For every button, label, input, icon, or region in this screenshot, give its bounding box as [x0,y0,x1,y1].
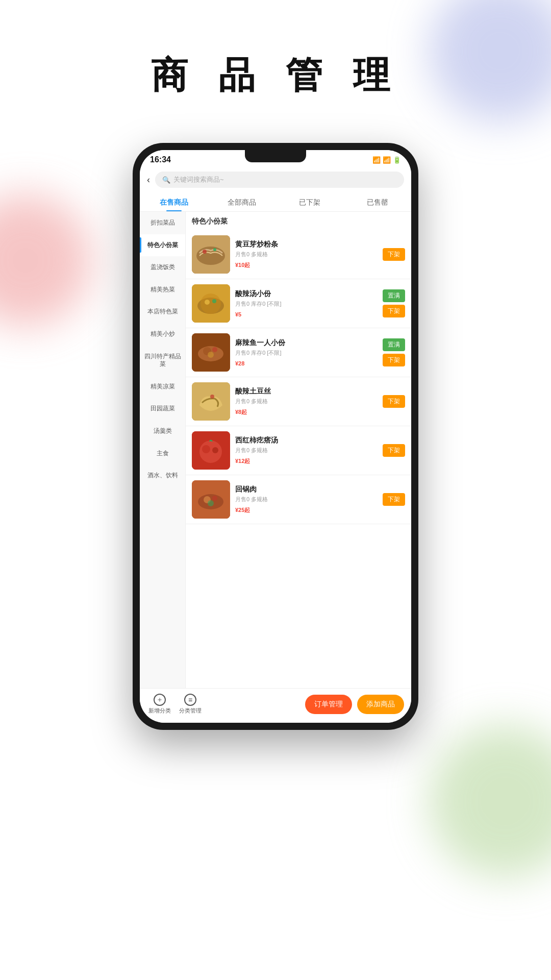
tab-all-products[interactable]: 全部商品 [208,193,276,211]
phone-screen: 16:34 📶 📶 🔋 ‹ 🔍 关键词搜索商品~ 在售商品 全部商品 已下架 已… [140,150,411,723]
table-row: 酸辣土豆丝 月售0 多规格 ¥8起 下架 [186,377,411,426]
sidebar-item-garden[interactable]: 田园蔬菜 [140,398,185,420]
search-placeholder: 关键词搜索商品~ [173,175,224,184]
product-price-4: ¥8起 [235,407,378,416]
sidebar-item-cold[interactable]: 精美凉菜 [140,376,185,398]
product-list: 特色小份菜 黄豆芽炒粉条 [186,212,411,688]
product-info-1: 黄豆芽炒粉条 月售0 多规格 ¥10起 [235,240,378,269]
sidebar: 折扣菜品 特色小份菜 盖浇饭类 精美热菜 本店特色菜 精美小炒 四川特产精品菜 … [140,212,186,688]
sidebar-item-soup[interactable]: 汤羹类 [140,420,185,443]
sidebar-item-drinks[interactable]: 酒水、饮料 [140,464,185,487]
product-actions-4: 下架 [383,395,405,408]
search-area: ‹ 🔍 关键词搜索商品~ [140,167,411,193]
svg-point-24 [208,500,214,506]
product-meta-1: 月售0 多规格 [235,251,378,258]
product-image-3 [192,333,230,372]
tab-sold-out[interactable]: 已售罄 [343,193,411,211]
product-actions-5: 下架 [383,444,405,457]
product-image-4 [192,382,230,421]
status-time: 16:34 [150,155,171,164]
svg-point-12 [212,347,217,352]
product-meta-5: 月售0 多规格 [235,447,378,454]
bottom-actions: 订单管理 添加商品 [208,695,404,714]
section-title: 特色小份菜 [186,212,411,230]
svg-point-8 [212,299,216,303]
svg-point-1 [196,247,225,265]
tab-active-products[interactable]: 在售商品 [140,193,208,211]
sidebar-item-hot[interactable]: 精美热菜 [140,279,185,301]
product-name-2: 酸辣汤小份 [235,289,378,299]
product-actions-2: 置满 下架 [383,289,405,317]
svg-point-17 [199,440,222,463]
product-image-1 [192,235,230,274]
svg-point-2 [203,250,207,254]
bottom-bar: ＋ 新增分类 ≡ 分类管理 订单管理 添加商品 [140,688,411,723]
table-row: 黄豆芽炒粉条 月售0 多规格 ¥10起 下架 [186,230,411,279]
battery-icon: 🔋 [393,156,401,164]
xiajia-button-5[interactable]: 下架 [383,444,405,457]
svg-point-15 [210,395,214,399]
add-product-button[interactable]: 添加商品 [357,695,404,714]
order-management-button[interactable]: 订单管理 [305,695,352,714]
xiajia-button-1[interactable]: 下架 [383,248,405,261]
product-name-4: 酸辣土豆丝 [235,387,378,396]
zhiman-button-2[interactable]: 置满 [383,289,405,302]
manage-category-button[interactable]: ≡ 分类管理 [178,694,203,715]
tabs: 在售商品 全部商品 已下架 已售罄 [140,193,411,212]
product-image-6 [192,480,230,519]
status-icons: 📶 📶 🔋 [372,156,401,164]
add-category-button[interactable]: ＋ 新增分类 [147,694,172,715]
table-row: 回锅肉 月售0 多规格 ¥25起 下架 [186,475,411,524]
sidebar-item-store-special[interactable]: 本店特色菜 [140,301,185,323]
product-actions-6: 下架 [383,493,405,506]
search-box[interactable]: 🔍 关键词搜索商品~ [155,172,404,188]
product-meta-3: 月售0 库存0 [不限] [235,349,378,357]
table-row: 酸辣汤小份 月售0 库存0 [不限] ¥5 置满 下架 [186,279,411,328]
manage-category-label: 分类管理 [179,707,202,715]
svg-point-3 [213,248,216,251]
blob-pink [0,194,92,327]
blob-green [429,725,551,878]
product-info-5: 西红柿疙瘩汤 月售0 多规格 ¥12起 [235,436,378,465]
tab-offline[interactable]: 已下架 [276,193,343,211]
xiajia-button-6[interactable]: 下架 [383,493,405,506]
product-meta-6: 月售0 多规格 [235,496,378,503]
back-button[interactable]: ‹ [147,175,150,185]
zhiman-button-3[interactable]: 置满 [383,338,405,351]
search-icon: 🔍 [162,176,170,184]
table-row: 麻辣鱼一人小份 月售0 库存0 [不限] ¥28 置满 下架 [186,328,411,377]
product-actions-3: 置满 下架 [383,338,405,366]
sidebar-item-sichuan[interactable]: 四川特产精品菜 [140,346,185,376]
product-info-3: 麻辣鱼一人小份 月售0 库存0 [不限] ¥28 [235,338,378,367]
xiajia-button-2[interactable]: 下架 [383,305,405,317]
product-info-2: 酸辣汤小份 月售0 库存0 [不限] ¥5 [235,289,378,318]
product-info-4: 酸辣土豆丝 月售0 多规格 ¥8起 [235,387,378,416]
page-title: 商 品 管 理 [0,51,551,100]
xiajia-button-4[interactable]: 下架 [383,395,405,408]
svg-point-6 [201,293,221,314]
add-icon: ＋ [154,694,166,706]
svg-point-7 [205,300,210,305]
product-price-1: ¥10起 [235,260,378,269]
phone-notch [245,150,306,162]
sidebar-item-staple[interactable]: 主食 [140,443,185,465]
product-meta-4: 月售0 多规格 [235,398,378,405]
product-price-5: ¥12起 [235,456,378,465]
product-actions-1: 下架 [383,248,405,261]
sidebar-item-special-small[interactable]: 特色小份菜 [140,234,185,257]
sidebar-item-stir-fry[interactable]: 精美小炒 [140,323,185,346]
sidebar-item-discount[interactable]: 折扣菜品 [140,212,185,234]
svg-point-18 [202,445,210,453]
product-price-6: ¥25起 [235,505,378,514]
product-price-2: ¥5 [235,310,378,318]
sidebar-item-rice[interactable]: 盖浇饭类 [140,256,185,279]
xiajia-button-3[interactable]: 下架 [383,354,405,366]
product-image-5 [192,431,230,470]
product-name-5: 西红柿疙瘩汤 [235,436,378,445]
svg-point-19 [212,447,218,453]
product-name-3: 麻辣鱼一人小份 [235,338,378,348]
manage-icon: ≡ [184,694,196,706]
product-name-1: 黄豆芽炒粉条 [235,240,378,249]
signal-icon-2: 📶 [383,156,391,164]
add-category-label: 新增分类 [148,707,171,715]
